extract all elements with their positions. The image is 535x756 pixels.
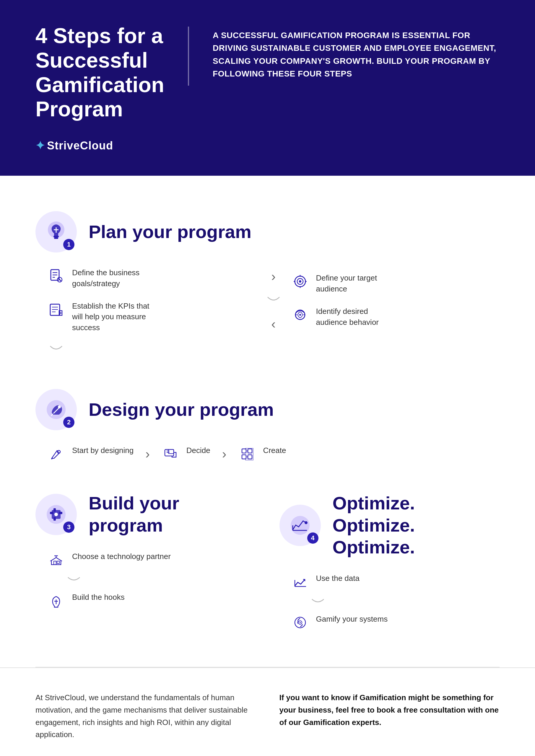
footer-right-text: If you want to know if Gamification migh… [279,691,500,741]
step2-header: 2 Design your program [36,389,499,430]
svg-point-47 [305,521,308,524]
svg-rect-29 [242,455,246,459]
header-title: 4 Steps for a Successful Gamification Pr… [36,24,164,122]
step2-item1-text: Start by designing [72,445,133,456]
footer-left-text: At StriveCloud, we understand the fundam… [36,691,256,741]
step2-item3: Create [238,445,286,463]
step1-item2-icon [47,301,65,318]
step1-item1-text: Define the business goals/strategy [72,267,154,289]
main-content: 1 Plan your program [0,176,535,667]
svg-point-54 [299,622,301,623]
step1-arrow-right: › [271,269,276,284]
step4-icon: 4 [279,505,321,546]
step4-title: Optimize. Optimize. Optimize. [333,492,500,558]
step3-badge: 3 [63,522,74,533]
step1-header: 1 Plan your program [36,211,499,253]
step4-header: 4 Optimize. Optimize. Optimize. [279,492,500,558]
step4-section: 4 Optimize. Optimize. Optimize. [279,492,500,643]
step1-right-items: Define your target audience [291,273,500,328]
step2-title: Design your program [89,399,274,420]
page-footer: At StriveCloud, we understand the fundam… [0,667,535,756]
svg-point-24 [58,405,61,408]
page-header: 4 Steps for a Successful Gamification Pr… [0,0,535,176]
step2-icon: 2 [36,389,77,430]
step3-items: Choose a technology partner [47,551,256,609]
step1-item4-icon [291,306,309,324]
step1-arrows: › ‹ [265,267,282,333]
svg-rect-39 [59,512,62,514]
step2-item2: Decide [162,445,210,463]
step4-item1-icon [291,573,309,591]
svg-point-40 [54,513,58,516]
step3-icon: 3 [36,494,77,535]
step2-item1: Start by designing [47,445,133,463]
step3-item1: Choose a technology partner [47,551,256,569]
svg-rect-42 [57,561,59,563]
step1-item1-icon [47,267,65,285]
step1-items: Define the business goals/strategy [47,267,499,354]
step3-header: 3 Build your program [36,492,256,536]
step2-arrow1: › [145,446,150,461]
step4-item2-icon [291,614,309,632]
svg-rect-36 [53,508,56,512]
step3-section: 3 Build your program [36,492,256,643]
step1-item2: Establish the KPIs that will help you me… [47,301,154,333]
step1-icon: 1 [36,211,77,253]
step1-left-items: Define the business goals/strategy [47,267,256,333]
step3-title: Build your program [89,492,256,536]
svg-rect-31 [248,455,252,459]
step4-item2: Gamify your systems [291,614,500,632]
step2-item1-icon [47,445,65,463]
svg-rect-2 [54,237,58,239]
step4-chevron [309,598,500,606]
step2-arrow2: › [222,446,227,461]
step2-badge: 2 [63,417,74,428]
step1-section: 1 Plan your program [36,199,499,365]
header-divider [188,27,189,86]
steps-bottom-row: 3 Build your program [36,492,499,643]
step2-item2-icon [162,445,179,463]
step1-item2-text: Establish the KPIs that will help you me… [72,301,154,333]
step1-item4-text: Identify desired audience behavior [316,306,398,328]
svg-point-22 [299,314,301,316]
svg-rect-37 [53,517,56,521]
step1-badge: 1 [63,239,74,250]
step2-item3-icon [238,445,256,463]
svg-rect-30 [248,449,252,453]
step3-chevron [65,576,256,584]
step3-item2: Build the hooks [47,592,256,609]
step1-item4: Identify desired audience behavior [291,306,398,328]
step4-item2-text: Gamify your systems [316,614,388,624]
logo-text: StriveCloud [47,139,113,152]
step2-items: Start by designing › Decide › [47,445,499,463]
step2-item3-text: Create [263,445,286,456]
svg-rect-28 [242,449,246,453]
logo-star-icon: ✦ [36,139,45,152]
svg-rect-1 [53,236,59,237]
step4-items: Use the data [291,573,500,632]
logo: ✦ StriveCloud [36,139,164,152]
header-description: A SUCCESSFUL GAMIFICATION PROGRAM IS ESS… [213,29,499,80]
step3-item1-text: Choose a technology partner [72,551,171,562]
step1-item3: Define your target audience [291,273,398,294]
step2-item2-text: Decide [186,445,210,456]
step4-badge: 4 [307,532,319,544]
header-right: A SUCCESSFUL GAMIFICATION PROGRAM IS ESS… [213,24,499,80]
step1-chevron-decor [47,345,256,354]
step1-item3-text: Define your target audience [316,273,398,294]
header-left: 4 Steps for a Successful Gamification Pr… [36,24,164,152]
svg-point-16 [299,280,301,283]
step4-item1-text: Use the data [316,573,359,583]
svg-rect-27 [168,449,174,454]
step1-title: Plan your program [89,221,251,243]
step3-item2-icon [47,592,65,609]
step1-arrow-left: ‹ [271,316,276,331]
step1-item1: Define the business goals/strategy [47,267,154,289]
svg-rect-38 [50,512,53,514]
step4-item1: Use the data [291,573,500,591]
step3-item1-icon [47,551,65,569]
step3-item2-text: Build the hooks [72,592,125,603]
step2-section: 2 Design your program Start by designing… [36,377,499,474]
svg-rect-41 [54,561,56,565]
step1-item3-icon [291,273,309,290]
